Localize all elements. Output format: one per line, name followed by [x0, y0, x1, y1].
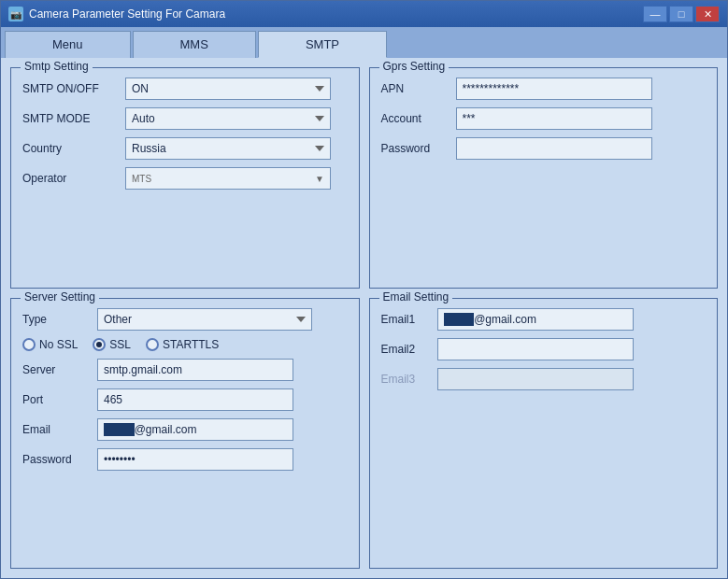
email1-redacted: k — [444, 313, 475, 326]
smtp-mode-label: SMTP MODE — [22, 112, 125, 125]
server-password-input[interactable] — [97, 448, 293, 471]
minimize-button[interactable]: — — [643, 6, 667, 22]
app-icon: 📷 — [8, 7, 23, 21]
tab-smtp[interactable]: SMTP — [258, 31, 387, 58]
email2-row: Email2 — [381, 338, 707, 360]
email-setting-title: Email Setting — [379, 290, 453, 304]
email-setting-section: Email Setting Email1 k @gmail.com Email2… — [369, 298, 719, 570]
gprs-account-row: Account — [381, 107, 707, 130]
gprs-apn-label: APN — [381, 82, 456, 95]
gprs-password-row: Password — [381, 137, 707, 160]
ssl-radio[interactable] — [93, 338, 106, 351]
server-host-input[interactable] — [97, 359, 293, 381]
no-ssl-label: No SSL — [39, 338, 78, 351]
ssl-options-row: No SSL SSL STARTTLS — [22, 338, 348, 351]
email1-label: Email1 — [381, 313, 437, 326]
gprs-account-label: Account — [381, 112, 456, 125]
ssl-option[interactable]: SSL — [93, 338, 131, 351]
email2-input[interactable] — [437, 338, 634, 360]
no-ssl-radio[interactable] — [22, 338, 36, 351]
smtp-setting-section: Smtp Setting SMTP ON/OFF ON OFF SMTP MOD… — [10, 67, 360, 289]
window-controls: — □ ✕ — [643, 6, 720, 22]
smtp-country-label: Country — [22, 142, 125, 155]
starttls-option[interactable]: STARTTLS — [146, 338, 219, 351]
email3-label: Email3 — [381, 373, 437, 386]
gprs-apn-row: APN — [381, 78, 707, 100]
title-bar: 📷 Camera Parameter Setting For Camara — … — [1, 1, 727, 27]
server-type-label: Type — [22, 313, 97, 326]
email2-label: Email2 — [381, 343, 437, 356]
server-type-row: Type Other Gmail Yahoo — [22, 308, 348, 331]
ssl-label: SSL — [109, 338, 131, 351]
tab-menu[interactable]: Menu — [5, 31, 131, 58]
smtp-mode-row: SMTP MODE Auto Manual — [22, 107, 348, 130]
smtp-country-select[interactable]: Russia USA — [125, 137, 331, 160]
smtp-on-off-row: SMTP ON/OFF ON OFF — [22, 78, 348, 100]
gprs-password-input[interactable] — [456, 137, 652, 160]
server-email-suffix: @gmail.com — [135, 423, 197, 436]
smtp-operator-label: Operator — [22, 172, 125, 185]
main-window: 📷 Camera Parameter Setting For Camara — … — [0, 0, 728, 579]
smtp-mode-select[interactable]: Auto Manual — [125, 107, 331, 130]
close-button[interactable]: ✕ — [695, 6, 720, 22]
main-content: Smtp Setting SMTP ON/OFF ON OFF SMTP MOD… — [1, 58, 727, 578]
gprs-apn-input[interactable] — [456, 78, 652, 100]
server-email-display[interactable]: k @gmail.com — [97, 418, 293, 441]
tab-mms[interactable]: MMS — [133, 31, 256, 58]
smtp-operator-row: Operator MTS ▼ — [22, 167, 348, 190]
starttls-radio[interactable] — [146, 338, 159, 351]
gprs-account-input[interactable] — [456, 107, 652, 130]
server-port-row: Port — [22, 388, 348, 411]
email1-display[interactable]: k @gmail.com — [437, 308, 634, 331]
server-setting-section: Server Setting Type Other Gmail Yahoo No… — [10, 298, 360, 570]
server-port-input[interactable] — [97, 388, 293, 411]
email3-input[interactable] — [437, 368, 634, 390]
no-ssl-option[interactable]: No SSL — [22, 338, 78, 351]
server-host-row: Server — [22, 359, 348, 381]
smtp-on-off-select[interactable]: ON OFF — [125, 78, 331, 100]
operator-dropdown-icon: ▼ — [315, 174, 324, 184]
server-password-label: Password — [22, 453, 97, 466]
server-host-label: Server — [22, 363, 97, 376]
gprs-setting-section: Gprs Setting APN Account Password — [369, 67, 719, 289]
server-email-redacted: k — [104, 423, 135, 436]
smtp-on-off-label: SMTP ON/OFF — [22, 82, 125, 95]
email1-suffix: @gmail.com — [474, 313, 536, 326]
email1-row: Email1 k @gmail.com — [381, 308, 707, 331]
server-port-label: Port — [22, 393, 97, 406]
starttls-label: STARTTLS — [163, 338, 219, 351]
smtp-operator-display: MTS ▼ — [125, 167, 331, 190]
gprs-setting-title: Gprs Setting — [379, 60, 450, 73]
smtp-operator-value: MTS — [132, 174, 151, 184]
email3-row: Email3 — [381, 368, 707, 390]
gprs-password-label: Password — [381, 142, 456, 155]
smtp-country-row: Country Russia USA — [22, 137, 348, 160]
window-title: Camera Parameter Setting For Camara — [29, 7, 637, 21]
server-email-row: Email k @gmail.com — [22, 418, 348, 441]
smtp-setting-title: Smtp Setting — [21, 60, 93, 73]
server-type-select[interactable]: Other Gmail Yahoo — [97, 308, 312, 331]
server-setting-title: Server Setting — [21, 290, 99, 304]
tab-bar: Menu MMS SMTP — [1, 27, 727, 58]
server-password-row: Password — [22, 448, 348, 471]
server-email-label: Email — [22, 423, 97, 436]
maximize-button[interactable]: □ — [669, 6, 693, 22]
